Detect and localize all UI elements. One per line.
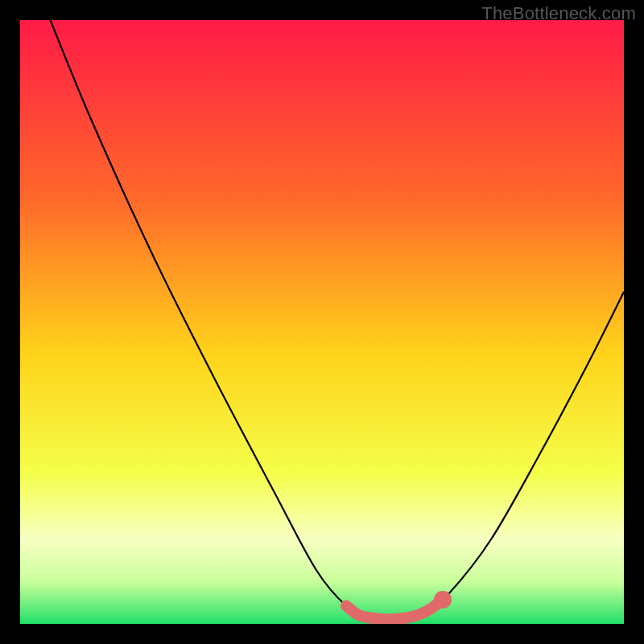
optimal-range-end-dot [434, 591, 452, 609]
chart-svg [20, 20, 624, 624]
chart-plot [20, 20, 624, 624]
chart-frame: TheBottleneck.com [0, 0, 644, 644]
watermark-text: TheBottleneck.com [481, 3, 636, 24]
chart-background [20, 20, 624, 624]
